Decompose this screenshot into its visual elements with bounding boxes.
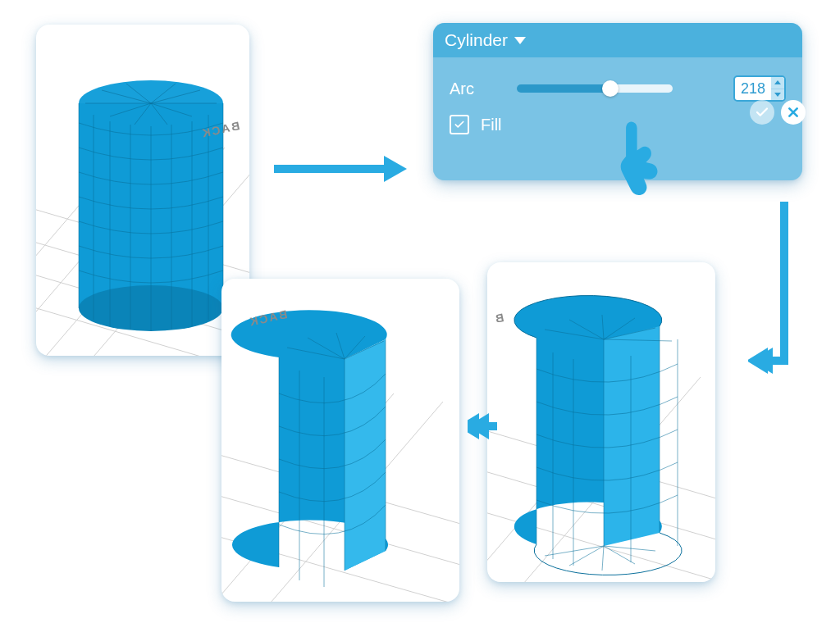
chevron-down-icon xyxy=(774,93,781,97)
cylinder-full-illustration xyxy=(36,25,249,356)
arc-value-stepper[interactable]: 218 xyxy=(733,75,786,102)
stepper-down[interactable] xyxy=(771,89,784,101)
cylinder-arc-hollow-illustration xyxy=(487,262,715,582)
cylinder-arc-filled-illustration xyxy=(221,279,459,602)
check-icon xyxy=(755,105,769,120)
panel-title: Cylinder xyxy=(445,30,508,50)
preview-arc-hollow: B xyxy=(487,262,715,582)
close-icon xyxy=(787,106,800,119)
svg-line-37 xyxy=(602,546,604,571)
flow-arrow-1 xyxy=(271,152,410,185)
fill-label: Fill xyxy=(481,116,502,134)
check-icon xyxy=(454,119,465,130)
fill-checkbox[interactable] xyxy=(450,115,469,134)
property-panel: Cylinder Arc 218 xyxy=(433,23,802,180)
pointer-hand-icon xyxy=(597,116,671,207)
stepper-up[interactable] xyxy=(771,77,784,89)
slider-thumb[interactable] xyxy=(602,80,619,97)
preview-full-cylinder: BACK xyxy=(36,25,249,356)
chevron-up-icon xyxy=(774,80,781,84)
flow-arrow-3 xyxy=(468,410,500,443)
arc-value: 218 xyxy=(735,77,771,100)
flow-arrow-2 xyxy=(748,197,797,410)
close-button[interactable] xyxy=(781,100,806,125)
arc-label: Arc xyxy=(450,80,499,98)
collapse-icon xyxy=(514,37,526,44)
svg-line-39 xyxy=(604,546,655,551)
confirm-button[interactable] xyxy=(750,100,774,125)
panel-header[interactable]: Cylinder xyxy=(433,23,802,57)
preview-arc-filled: BACK xyxy=(221,279,459,602)
arc-slider[interactable] xyxy=(517,84,673,93)
